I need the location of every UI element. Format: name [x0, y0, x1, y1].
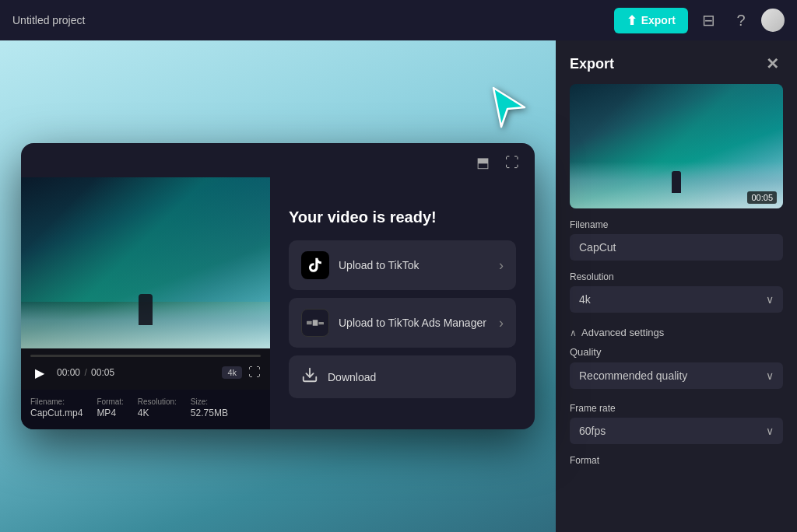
tiktok-ads-label: Upload to TikTok Ads Manager — [339, 317, 486, 329]
controls-right: 4k ⛶ — [222, 366, 261, 380]
tiktok-chevron-icon: › — [499, 257, 504, 274]
play-button[interactable]: ▶ — [30, 363, 49, 382]
video-meta: Filename: CapCut.mp4 Format: MP4 Resolut… — [21, 390, 270, 429]
export-button[interactable]: ⬆ Export — [614, 8, 688, 33]
tiktok-label: Upload to TikTok — [339, 259, 420, 271]
player-figure — [139, 294, 153, 325]
resolution-value: 4k — [579, 293, 591, 306]
upload-icon: ⬆ — [627, 13, 637, 28]
framerate-label: Frame rate — [570, 403, 783, 414]
export-panel-title: Export — [570, 56, 614, 72]
meta-size-val: 52.75MB — [191, 408, 228, 418]
filename-input[interactable] — [570, 234, 783, 261]
svg-rect-2 — [318, 322, 324, 324]
svg-rect-1 — [313, 320, 318, 326]
quality-value: Recommended quality — [579, 369, 687, 382]
format-label: Format — [570, 455, 783, 466]
dialog-header: ⬒ ⛶ — [21, 143, 535, 177]
tiktok-icon — [301, 251, 329, 279]
fullscreen-button[interactable]: ⛶ — [248, 366, 261, 380]
thumbnail-time: 00:05 — [747, 191, 777, 204]
save-icon[interactable]: ⊟ — [696, 8, 721, 33]
player-controls: ▶ 00:00 / 00:05 4k ⛶ — [21, 348, 270, 390]
time-display: 00:00 / 00:05 — [57, 367, 114, 378]
resolution-label: Resolution — [570, 271, 783, 282]
dialog-overlay: ⬒ ⛶ ▶ 00:00 — [0, 40, 556, 532]
options-section: Your video is ready! Upload to TikTok › — [270, 177, 535, 429]
meta-filename-val: CapCut.mp4 — [30, 408, 83, 418]
close-button[interactable]: ✕ — [761, 53, 783, 75]
export-panel-header: Export ✕ — [556, 40, 797, 84]
framerate-select[interactable]: 60fps ∨ — [570, 418, 783, 444]
tiktok-option-left: Upload to TikTok — [301, 251, 420, 279]
quality-chevron: ∨ — [766, 369, 774, 382]
meta-size-key: Size: — [191, 397, 228, 406]
top-bar: Untitled project ⬆ Export ⊟ ? — [0, 0, 797, 40]
meta-filename: Filename: CapCut.mp4 — [30, 397, 83, 418]
progress-bar[interactable] — [30, 355, 261, 357]
framerate-value: 60fps — [579, 425, 606, 437]
controls-row: ▶ 00:00 / 00:05 4k ⛶ — [30, 363, 261, 382]
ready-title: Your video is ready! — [289, 208, 516, 226]
upload-tiktok-button[interactable]: Upload to TikTok › — [289, 240, 516, 290]
tiktok-ads-icon — [301, 309, 329, 337]
tiktok-ads-option-left: Upload to TikTok Ads Manager — [301, 309, 486, 337]
advanced-chevron-icon: ∧ — [570, 327, 577, 338]
upload-tiktok-ads-button[interactable]: Upload to TikTok Ads Manager › — [289, 298, 516, 348]
meta-resolution-val: 4K — [138, 408, 177, 418]
resolution-chevron: ∨ — [766, 293, 774, 306]
download-icon — [301, 366, 318, 387]
resolution-select[interactable]: 4k ∨ — [570, 286, 783, 313]
quality-label: Quality — [570, 346, 783, 358]
quality-select[interactable]: Recommended quality ∨ — [570, 362, 783, 389]
meta-resolution-key: Resolution: — [138, 397, 177, 406]
project-title: Untitled project — [12, 14, 85, 26]
help-icon[interactable]: ? — [729, 8, 753, 33]
video-section: ▶ 00:00 / 00:05 4k ⛶ Filen — [21, 177, 270, 429]
filename-label: Filename — [570, 219, 783, 230]
dialog-body: ▶ 00:00 / 00:05 4k ⛶ Filen — [21, 177, 535, 429]
meta-size: Size: 52.75MB — [191, 397, 228, 418]
avatar[interactable] — [761, 9, 785, 32]
download-label: Download — [328, 371, 376, 383]
download-button[interactable]: Download — [289, 355, 516, 398]
time-total: 00:05 — [91, 367, 114, 378]
meta-filename-key: Filename: — [30, 397, 83, 406]
export-dialog: ⬒ ⛶ ▶ 00:00 — [21, 143, 535, 429]
meta-format: Format: MP4 — [97, 397, 123, 418]
top-bar-actions: ⬆ Export ⊟ ? — [614, 8, 785, 33]
tiktok-ads-chevron-icon: › — [499, 315, 504, 331]
dialog-share-icon[interactable]: ⬒ — [471, 151, 494, 174]
advanced-settings-toggle[interactable]: ∧ Advanced settings — [556, 324, 797, 346]
export-panel: Export ✕ 00:05 Filename Resolution 4k ∨ … — [556, 40, 797, 532]
meta-format-key: Format: — [97, 397, 123, 406]
player-aurora — [21, 177, 270, 302]
meta-resolution: Resolution: 4K — [138, 397, 177, 418]
svg-rect-0 — [307, 321, 312, 324]
advanced-settings-label: Advanced settings — [581, 327, 664, 338]
export-thumbnail: 00:05 — [570, 84, 783, 208]
video-player — [21, 177, 270, 348]
dialog-expand-icon[interactable]: ⛶ — [500, 151, 524, 174]
quality-badge[interactable]: 4k — [222, 366, 242, 379]
thumbnail-figure — [672, 171, 681, 193]
framerate-chevron: ∨ — [766, 425, 774, 437]
time-current: 00:00 — [57, 367, 80, 378]
meta-format-val: MP4 — [97, 408, 123, 418]
